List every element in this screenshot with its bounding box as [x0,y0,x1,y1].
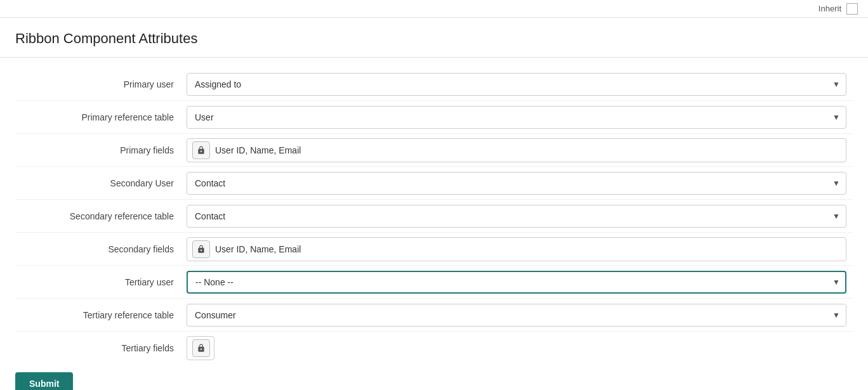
tertiary-fields-wrapper [187,336,214,360]
secondary-fields-label: Secondary fields [15,244,187,254]
primary-reference-table-select-wrapper: User Contact Consumer ▼ [187,106,846,129]
tertiary-fields-lock-icon[interactable] [192,339,210,357]
tertiary-reference-table-select-wrapper: Consumer User Contact ▼ [187,304,846,327]
primary-fields-control: User ID, Name, Email [187,134,846,166]
primary-user-control: Assigned to Current User None ▼ [187,69,846,100]
primary-reference-table-label: Primary reference table [15,112,187,122]
tertiary-reference-table-label: Tertiary reference table [15,310,187,320]
secondary-user-row: Secondary User Contact Assigned to Curre… [15,167,853,200]
secondary-reference-table-row: Secondary reference table Contact User C… [15,200,853,233]
tertiary-fields-row: Tertiary fields [15,332,853,365]
secondary-user-select-wrapper: Contact Assigned to Current User None ▼ [187,172,846,195]
primary-reference-table-row: Primary reference table User Contact Con… [15,101,853,134]
primary-fields-lock-icon[interactable] [192,141,210,159]
tertiary-fields-label: Tertiary fields [15,343,187,353]
secondary-fields-row: Secondary fields User ID, Name, Email [15,233,853,266]
primary-fields-wrapper: User ID, Name, Email [187,138,846,162]
secondary-reference-table-label: Secondary reference table [15,211,187,221]
secondary-reference-table-select[interactable]: Contact User Consumer [187,205,846,228]
primary-user-select[interactable]: Assigned to Current User None [187,73,846,96]
secondary-reference-table-select-wrapper: Contact User Consumer ▼ [187,205,846,228]
form-container: Primary user Assigned to Current User No… [0,58,868,390]
tertiary-reference-table-select[interactable]: Consumer User Contact [187,304,846,327]
submit-button[interactable]: Submit [15,372,73,390]
tertiary-user-label: Tertiary user [15,277,187,287]
tertiary-user-control: -- None -- Assigned to Current User Cont… [187,267,846,297]
primary-fields-label: Primary fields [15,145,187,155]
tertiary-reference-table-row: Tertiary reference table Consumer User C… [15,299,853,332]
tertiary-reference-table-control: Consumer User Contact ▼ [187,300,846,330]
secondary-fields-wrapper: User ID, Name, Email [187,237,846,261]
section-title: Ribbon Component Attributes [0,18,868,58]
secondary-user-select[interactable]: Contact Assigned to Current User None [187,172,846,195]
tertiary-user-select[interactable]: -- None -- Assigned to Current User Cont… [187,271,846,294]
primary-reference-table-select[interactable]: User Contact Consumer [187,106,846,129]
secondary-reference-table-control: Contact User Consumer ▼ [187,201,846,231]
secondary-fields-text: User ID, Name, Email [215,244,301,254]
secondary-user-control: Contact Assigned to Current User None ▼ [187,168,846,198]
inherit-checkbox[interactable] [846,3,858,15]
primary-fields-row: Primary fields User ID, Name, Email [15,134,853,167]
tertiary-user-select-wrapper: -- None -- Assigned to Current User Cont… [187,271,846,294]
tertiary-user-row: Tertiary user -- None -- Assigned to Cur… [15,266,853,299]
secondary-fields-lock-icon[interactable] [192,240,210,258]
primary-fields-text: User ID, Name, Email [215,145,301,155]
primary-user-row: Primary user Assigned to Current User No… [15,68,853,101]
primary-user-select-wrapper: Assigned to Current User None ▼ [187,73,846,96]
secondary-user-label: Secondary User [15,178,187,188]
top-bar: Inherit [0,0,868,18]
inherit-label: Inherit [819,4,841,13]
primary-reference-table-control: User Contact Consumer ▼ [187,102,846,133]
tertiary-fields-control [187,332,846,364]
primary-user-label: Primary user [15,79,187,89]
secondary-fields-control: User ID, Name, Email [187,233,846,265]
